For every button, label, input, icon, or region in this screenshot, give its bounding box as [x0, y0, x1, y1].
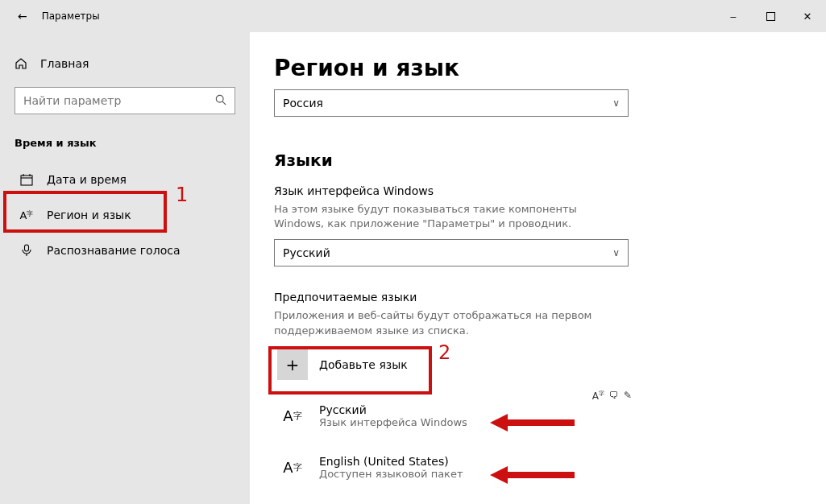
display-language-value: Русский [283, 246, 612, 259]
display-language-dropdown[interactable]: Русский ∨ [274, 239, 629, 266]
languages-heading: Языки [274, 151, 786, 170]
calendar-icon [19, 173, 34, 186]
window-title: Параметры [42, 10, 100, 22]
language-name: Русский [319, 403, 467, 416]
microphone-icon [19, 244, 34, 257]
search-box[interactable] [15, 87, 235, 114]
close-button[interactable]: ✕ [789, 0, 826, 32]
svg-point-1 [216, 95, 223, 102]
sidebar-item-label: Распознавание голоса [47, 244, 180, 257]
back-button[interactable]: ← [18, 10, 27, 23]
search-icon [215, 93, 226, 109]
sidebar-item-label: Регион и язык [47, 209, 131, 221]
sidebar-item-date-time[interactable]: Дата и время [15, 162, 235, 197]
display-lang-badge-icon: A字 [592, 390, 604, 402]
chevron-down-icon: ∨ [612, 247, 620, 258]
display-language-label: Язык интерфейса Windows [274, 184, 786, 197]
nav-home[interactable]: Главная [15, 50, 235, 77]
handwriting-badge-icon: ✎ [624, 390, 632, 402]
display-language-desc: На этом языке будут показываться такие к… [274, 202, 629, 231]
language-glyph-icon: A字 [277, 401, 308, 432]
chevron-down-icon: ∨ [612, 97, 620, 109]
language-feature-badges: A字 🗨 ✎ [592, 390, 632, 402]
tts-badge-icon: 🗨 [609, 390, 619, 402]
page-title: Регион и язык [274, 55, 786, 81]
country-value: Россия [283, 97, 612, 109]
sidebar-section-title: Время и язык [15, 137, 235, 149]
country-dropdown[interactable]: Россия ∨ [274, 89, 629, 117]
titlebar: ← Параметры ‒ ✕ [0, 0, 826, 32]
language-icon: A字 [19, 209, 34, 221]
main-panel: Регион и язык Россия ∨ Языки Язык интерф… [250, 32, 826, 504]
plus-icon: + [277, 349, 308, 380]
preferred-languages-label: Предпочитаемые языки [274, 291, 786, 304]
language-subtext: Язык интерфейса Windows [319, 416, 467, 428]
preferred-languages-desc: Приложения и веб-сайты будут отображатьс… [274, 308, 629, 337]
language-subtext: Доступен языковой пакет [319, 468, 463, 480]
svg-line-2 [222, 101, 226, 105]
svg-rect-0 [766, 12, 774, 20]
home-icon [15, 57, 27, 70]
language-name: English (United States) [319, 455, 463, 468]
search-input[interactable] [23, 94, 215, 107]
add-language-button[interactable]: + Добавьте язык [274, 345, 432, 385]
maximize-button[interactable] [752, 0, 789, 32]
sidebar-item-speech[interactable]: Распознавание голоса [15, 233, 235, 268]
language-item-english-us[interactable]: A字 English (United States) Доступен язык… [274, 452, 629, 483]
minimize-button[interactable]: ‒ [715, 0, 752, 32]
svg-rect-3 [21, 176, 32, 185]
sidebar-item-region-language[interactable]: A字 Регион и язык [15, 197, 235, 233]
add-language-label: Добавьте язык [319, 358, 408, 371]
language-item-russian[interactable]: A字 Русский Язык интерфейса Windows A字 🗨 … [274, 401, 629, 432]
svg-rect-7 [25, 245, 29, 251]
language-glyph-icon: A字 [277, 452, 308, 483]
nav-home-label: Главная [40, 57, 89, 70]
sidebar: Главная Время и язык Дата и время A字 Рег… [0, 32, 250, 504]
sidebar-item-label: Дата и время [47, 173, 127, 186]
